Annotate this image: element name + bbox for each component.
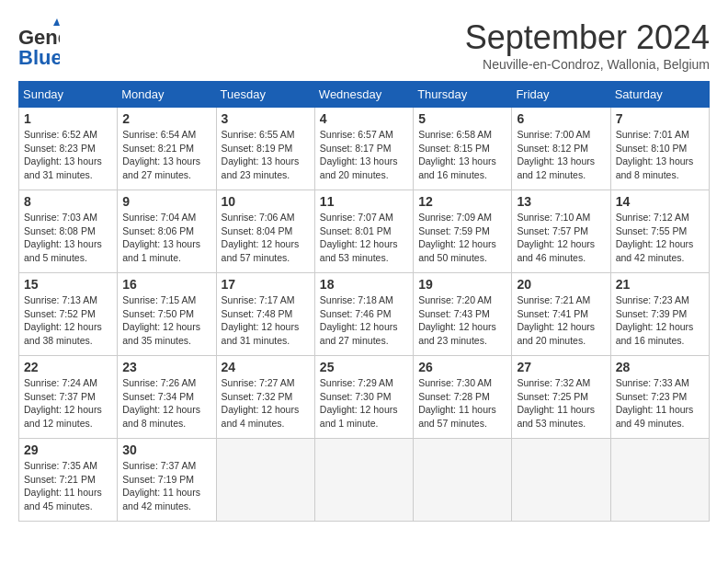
calendar-cell-day: 10Sunrise: 7:06 AM Sunset: 8:04 PM Dayli… bbox=[216, 190, 314, 273]
day-info: Sunrise: 7:07 AM Sunset: 8:01 PM Dayligh… bbox=[320, 211, 408, 265]
calendar-cell-day: 1Sunrise: 6:52 AM Sunset: 8:23 PM Daylig… bbox=[19, 108, 118, 190]
day-number: 3 bbox=[222, 111, 310, 126]
day-info: Sunrise: 7:15 AM Sunset: 7:50 PM Dayligh… bbox=[122, 293, 210, 348]
day-info: Sunrise: 7:13 AM Sunset: 7:52 PM Dayligh… bbox=[24, 293, 112, 348]
calendar-cell-day: 9Sunrise: 7:04 AM Sunset: 8:06 PM Daylig… bbox=[118, 190, 216, 273]
day-number: 15 bbox=[24, 277, 112, 292]
day-info: Sunrise: 7:03 AM Sunset: 8:08 PM Dayligh… bbox=[24, 211, 112, 265]
day-info: Sunrise: 7:01 AM Sunset: 8:10 PM Dayligh… bbox=[616, 128, 704, 182]
calendar-cell-day: 8Sunrise: 7:03 AM Sunset: 8:08 PM Daylig… bbox=[19, 190, 118, 273]
day-number: 28 bbox=[616, 360, 704, 374]
calendar-cell-day: 3Sunrise: 6:55 AM Sunset: 8:19 PM Daylig… bbox=[216, 108, 314, 190]
calendar-cell-day: 30Sunrise: 7:37 AM Sunset: 7:19 PM Dayli… bbox=[118, 439, 216, 522]
day-number: 19 bbox=[418, 277, 506, 292]
calendar-week-row: 29Sunrise: 7:35 AM Sunset: 7:21 PM Dayli… bbox=[19, 439, 710, 522]
calendar-cell-day: 23Sunrise: 7:26 AM Sunset: 7:34 PM Dayli… bbox=[118, 356, 216, 439]
day-number: 8 bbox=[24, 194, 112, 209]
day-number: 12 bbox=[418, 194, 506, 209]
calendar-cell-day: 11Sunrise: 7:07 AM Sunset: 8:01 PM Dayli… bbox=[314, 190, 413, 273]
day-number: 21 bbox=[616, 277, 704, 292]
day-number: 29 bbox=[24, 442, 112, 457]
day-number: 9 bbox=[122, 194, 210, 209]
day-number: 17 bbox=[222, 277, 310, 292]
calendar-cell-day: 17Sunrise: 7:17 AM Sunset: 7:48 PM Dayli… bbox=[216, 273, 314, 356]
calendar-cell-empty bbox=[414, 439, 512, 522]
calendar-cell-day: 13Sunrise: 7:10 AM Sunset: 7:57 PM Dayli… bbox=[512, 190, 610, 273]
day-number: 2 bbox=[122, 111, 210, 126]
day-info: Sunrise: 7:30 AM Sunset: 7:28 PM Dayligh… bbox=[418, 376, 506, 431]
day-info: Sunrise: 7:00 AM Sunset: 8:12 PM Dayligh… bbox=[517, 128, 605, 182]
calendar-cell-day: 4Sunrise: 6:57 AM Sunset: 8:17 PM Daylig… bbox=[314, 108, 413, 190]
calendar-cell-empty bbox=[512, 439, 610, 522]
day-info: Sunrise: 6:55 AM Sunset: 8:19 PM Dayligh… bbox=[222, 128, 310, 182]
svg-marker-2 bbox=[53, 18, 60, 26]
day-info: Sunrise: 7:20 AM Sunset: 7:43 PM Dayligh… bbox=[418, 293, 506, 348]
header: General Blue September 2024 Neuville-en-… bbox=[18, 18, 710, 72]
day-info: Sunrise: 7:35 AM Sunset: 7:21 PM Dayligh… bbox=[24, 459, 112, 513]
calendar-week-row: 1Sunrise: 6:52 AM Sunset: 8:23 PM Daylig… bbox=[19, 108, 710, 190]
day-info: Sunrise: 7:12 AM Sunset: 7:55 PM Dayligh… bbox=[616, 211, 704, 265]
day-number: 30 bbox=[122, 442, 210, 457]
calendar-cell-empty bbox=[216, 439, 314, 522]
day-info: Sunrise: 6:58 AM Sunset: 8:15 PM Dayligh… bbox=[418, 128, 506, 182]
day-number: 24 bbox=[222, 360, 310, 374]
day-info: Sunrise: 7:37 AM Sunset: 7:19 PM Dayligh… bbox=[122, 459, 210, 513]
day-number: 5 bbox=[418, 111, 506, 126]
calendar-header-monday: Monday bbox=[118, 82, 216, 108]
day-info: Sunrise: 7:29 AM Sunset: 7:30 PM Dayligh… bbox=[320, 376, 408, 431]
calendar-week-row: 22Sunrise: 7:24 AM Sunset: 7:37 PM Dayli… bbox=[19, 356, 710, 439]
day-info: Sunrise: 7:33 AM Sunset: 7:23 PM Dayligh… bbox=[616, 376, 704, 431]
day-info: Sunrise: 6:52 AM Sunset: 8:23 PM Dayligh… bbox=[24, 128, 112, 182]
calendar-cell-day: 16Sunrise: 7:15 AM Sunset: 7:50 PM Dayli… bbox=[118, 273, 216, 356]
month-title: September 2024 bbox=[465, 18, 710, 57]
day-info: Sunrise: 7:32 AM Sunset: 7:25 PM Dayligh… bbox=[517, 376, 605, 431]
day-info: Sunrise: 7:27 AM Sunset: 7:32 PM Dayligh… bbox=[222, 376, 310, 431]
day-info: Sunrise: 7:17 AM Sunset: 7:48 PM Dayligh… bbox=[222, 293, 310, 348]
calendar-cell-day: 2Sunrise: 6:54 AM Sunset: 8:21 PM Daylig… bbox=[118, 108, 216, 190]
calendar-header-tuesday: Tuesday bbox=[216, 82, 314, 108]
day-number: 7 bbox=[616, 111, 704, 126]
calendar-cell-day: 12Sunrise: 7:09 AM Sunset: 7:59 PM Dayli… bbox=[414, 190, 512, 273]
day-info: Sunrise: 6:54 AM Sunset: 8:21 PM Dayligh… bbox=[122, 128, 210, 182]
calendar-cell-empty bbox=[610, 439, 709, 522]
calendar-cell-day: 29Sunrise: 7:35 AM Sunset: 7:21 PM Dayli… bbox=[19, 439, 118, 522]
calendar-cell-day: 7Sunrise: 7:01 AM Sunset: 8:10 PM Daylig… bbox=[610, 108, 709, 190]
calendar-header-sunday: Sunday bbox=[19, 82, 118, 108]
day-number: 16 bbox=[122, 277, 210, 292]
day-number: 22 bbox=[24, 360, 112, 374]
day-number: 11 bbox=[320, 194, 408, 209]
day-info: Sunrise: 7:26 AM Sunset: 7:34 PM Dayligh… bbox=[122, 376, 210, 431]
svg-text:Blue: Blue bbox=[18, 46, 60, 69]
day-info: Sunrise: 7:21 AM Sunset: 7:41 PM Dayligh… bbox=[517, 293, 605, 348]
day-number: 26 bbox=[418, 360, 506, 374]
calendar-cell-day: 15Sunrise: 7:13 AM Sunset: 7:52 PM Dayli… bbox=[19, 273, 118, 356]
calendar-cell-day: 21Sunrise: 7:23 AM Sunset: 7:39 PM Dayli… bbox=[610, 273, 709, 356]
calendar-cell-day: 20Sunrise: 7:21 AM Sunset: 7:41 PM Dayli… bbox=[512, 273, 610, 356]
calendar-cell-day: 26Sunrise: 7:30 AM Sunset: 7:28 PM Dayli… bbox=[414, 356, 512, 439]
calendar-header-row: SundayMondayTuesdayWednesdayThursdayFrid… bbox=[19, 82, 710, 108]
calendar-cell-day: 5Sunrise: 6:58 AM Sunset: 8:15 PM Daylig… bbox=[414, 108, 512, 190]
day-number: 6 bbox=[517, 111, 605, 126]
calendar-header-thursday: Thursday bbox=[414, 82, 512, 108]
day-number: 23 bbox=[122, 360, 210, 374]
calendar-week-row: 8Sunrise: 7:03 AM Sunset: 8:08 PM Daylig… bbox=[19, 190, 710, 273]
calendar-cell-day: 18Sunrise: 7:18 AM Sunset: 7:46 PM Dayli… bbox=[314, 273, 413, 356]
calendar-cell-day: 19Sunrise: 7:20 AM Sunset: 7:43 PM Dayli… bbox=[414, 273, 512, 356]
title-section: September 2024 Neuville-en-Condroz, Wall… bbox=[465, 18, 710, 72]
calendar-cell-day: 22Sunrise: 7:24 AM Sunset: 7:37 PM Dayli… bbox=[19, 356, 118, 439]
calendar-header-friday: Friday bbox=[512, 82, 610, 108]
calendar-cell-day: 25Sunrise: 7:29 AM Sunset: 7:30 PM Dayli… bbox=[314, 356, 413, 439]
day-number: 13 bbox=[517, 194, 605, 209]
calendar-cell-empty bbox=[314, 439, 413, 522]
calendar-table: SundayMondayTuesdayWednesdayThursdayFrid… bbox=[18, 81, 710, 522]
day-info: Sunrise: 7:24 AM Sunset: 7:37 PM Dayligh… bbox=[24, 376, 112, 431]
day-number: 1 bbox=[24, 111, 112, 126]
day-info: Sunrise: 7:10 AM Sunset: 7:57 PM Dayligh… bbox=[517, 211, 605, 265]
day-number: 25 bbox=[320, 360, 408, 374]
day-number: 18 bbox=[320, 277, 408, 292]
day-number: 27 bbox=[517, 360, 605, 374]
calendar-cell-day: 14Sunrise: 7:12 AM Sunset: 7:55 PM Dayli… bbox=[610, 190, 709, 273]
day-info: Sunrise: 7:09 AM Sunset: 7:59 PM Dayligh… bbox=[418, 211, 506, 265]
calendar-week-row: 15Sunrise: 7:13 AM Sunset: 7:52 PM Dayli… bbox=[19, 273, 710, 356]
day-info: Sunrise: 7:23 AM Sunset: 7:39 PM Dayligh… bbox=[616, 293, 704, 348]
